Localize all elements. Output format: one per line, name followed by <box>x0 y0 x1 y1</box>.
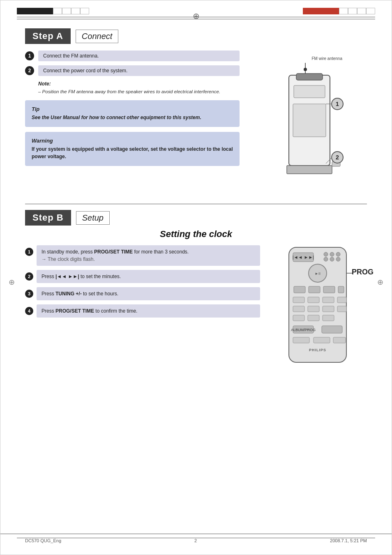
top-decorative-bar: ⊕ <box>0 0 392 14</box>
step-b-4-text: Press PROG/SET TIME to confirm the time. <box>37 304 260 318</box>
bar-seg-r5 <box>339 8 348 14</box>
svg-point-21 <box>330 257 334 261</box>
step-a-2: 2 Connect the power cord of the system. <box>25 65 240 76</box>
step-b-header: Step B Setup <box>25 210 367 226</box>
svg-rect-37 <box>293 315 304 321</box>
svg-rect-28 <box>338 286 344 293</box>
step-a-left: 1 Connect the FM antenna. 2 Connect the … <box>25 51 240 196</box>
svg-rect-31 <box>323 297 334 303</box>
bar-seg-1 <box>17 8 26 14</box>
bar-seg-3 <box>35 8 44 14</box>
svg-rect-5 <box>293 104 326 137</box>
step-a-right: FM wire antenna <box>252 51 367 196</box>
svg-point-19 <box>336 252 340 256</box>
bar-seg-5 <box>53 8 62 14</box>
svg-rect-34 <box>308 306 319 312</box>
note-title: Note: <box>38 81 240 87</box>
svg-rect-29 <box>293 297 304 303</box>
step-a-1-num: 1 <box>25 51 34 60</box>
svg-rect-42 <box>322 326 342 333</box>
svg-rect-6 <box>287 166 332 174</box>
bar-seg-r3 <box>321 8 330 14</box>
svg-rect-45 <box>333 337 346 343</box>
step-b-label: Step B <box>25 210 71 226</box>
left-crosshair-icon: ⊕ <box>9 278 15 287</box>
step-b-3-num: 3 <box>25 290 33 298</box>
step-b-1-prefix: In standby mode, press <box>42 249 94 255</box>
step-b-1-text: In standby mode, press PROG/SET TIME for… <box>37 245 260 266</box>
step-b-content: 1 In standby mode, press PROG/SET TIME f… <box>25 245 367 370</box>
page-footer: DC570 QUG_Eng 2 2008.7.1, 5:21 PM <box>0 534 392 543</box>
step-b-2-bold: |◄◄ ►►| <box>55 274 79 279</box>
step-b-1-bold: PROG/SET TIME <box>94 249 133 255</box>
step-a-1-text: Connect the FM antenna. <box>38 51 240 61</box>
svg-rect-4 <box>294 85 325 98</box>
svg-point-22 <box>336 257 340 261</box>
device-svg: 1 2 <box>268 63 350 194</box>
step-b-3-text: Press TUNING +/- to set the hours. <box>37 287 260 300</box>
svg-rect-27 <box>323 286 335 293</box>
step-a-subtitle: Connect <box>76 30 119 43</box>
step-a-2-text: Connect the power cord of the system. <box>38 65 240 76</box>
step-b-3: 3 Press TUNING +/- to set the hours. <box>25 287 260 300</box>
bar-seg-r7 <box>357 8 366 14</box>
step-b-4-suffix: to confirm the time. <box>94 308 137 314</box>
step-b-4-prefix: Press <box>42 308 55 314</box>
svg-rect-3 <box>296 74 323 80</box>
top-crosshair-icon: ⊕ <box>193 11 200 21</box>
step-b-2: 2 Press |◄◄ ►►| to set the minutes. <box>25 270 260 283</box>
svg-point-1 <box>304 68 307 71</box>
step-b-3-prefix: Press <box>42 291 55 297</box>
step-b-subtitle: Setup <box>76 211 110 225</box>
svg-rect-43 <box>293 337 309 343</box>
remote-svg: |◄◄ ►►| ►II <box>281 245 355 368</box>
note-section: Note: – Position the FM antenna away fro… <box>25 81 240 95</box>
step-b-2-prefix: Press <box>42 274 55 279</box>
svg-text:1: 1 <box>336 101 339 107</box>
step-b-1-arrow: → The clock digits flash. <box>42 256 95 262</box>
step-a-content: 1 Connect the FM antenna. 2 Connect the … <box>25 51 367 196</box>
step-divider <box>25 204 367 204</box>
svg-rect-32 <box>337 297 346 303</box>
svg-rect-26 <box>309 286 320 293</box>
bar-seg-r4 <box>330 8 339 14</box>
svg-rect-36 <box>337 306 346 312</box>
footer-right: 2008.7.1, 5:21 PM <box>330 538 367 543</box>
step-b-2-text: Press |◄◄ ►►| to set the minutes. <box>37 270 260 283</box>
page: ⊕ ⊕ ⊕ Step A Connect 1 <box>0 0 392 555</box>
step-b-1-suffix: for more than 3 seconds. <box>133 249 189 255</box>
step-a-2-num: 2 <box>25 66 34 75</box>
footer-left: DC570 QUG_Eng <box>25 538 61 543</box>
step-a-header: Step A Connect <box>25 28 367 44</box>
step-b-right: PROG |◄◄ ►►| <box>268 245 367 370</box>
step-b-4-bold: PROG/SET TIME <box>55 308 94 314</box>
right-crosshair-icon: ⊕ <box>377 278 383 287</box>
footer-center: 2 <box>194 538 197 543</box>
step-b-3-suffix: to set the hours. <box>82 291 118 297</box>
warning-box: Warning If your system is equipped with … <box>25 132 240 166</box>
step-b-1-num: 1 <box>25 248 33 256</box>
step-b-1: 1 In standby mode, press PROG/SET TIME f… <box>25 245 260 266</box>
tip-box: Tip See the User Manual for how to conne… <box>25 100 240 127</box>
bar-seg-2 <box>26 8 35 14</box>
bar-seg-r2 <box>312 8 321 14</box>
bar-seg-6 <box>62 8 71 14</box>
tip-title: Tip <box>32 106 233 112</box>
svg-point-17 <box>324 252 328 256</box>
bar-right-segments <box>303 8 375 14</box>
svg-rect-39 <box>323 315 334 321</box>
bar-seg-r8 <box>366 8 375 14</box>
note-text: – Position the FM antenna away from the … <box>38 88 240 95</box>
tip-text: See the User Manual for how to connect o… <box>32 114 233 121</box>
svg-text:►II: ►II <box>315 272 321 276</box>
svg-rect-38 <box>308 315 319 321</box>
bar-seg-r6 <box>348 8 357 14</box>
svg-text:2: 2 <box>336 154 339 161</box>
step-b-2-num: 2 <box>25 272 33 281</box>
svg-rect-33 <box>293 306 304 312</box>
warning-text: If your system is equipped with a voltag… <box>32 145 233 160</box>
prog-label: PROG <box>352 268 374 276</box>
setting-clock-title: Setting the clock <box>25 229 367 240</box>
remote-container: PROG |◄◄ ►►| <box>281 245 355 370</box>
svg-rect-35 <box>323 306 334 312</box>
